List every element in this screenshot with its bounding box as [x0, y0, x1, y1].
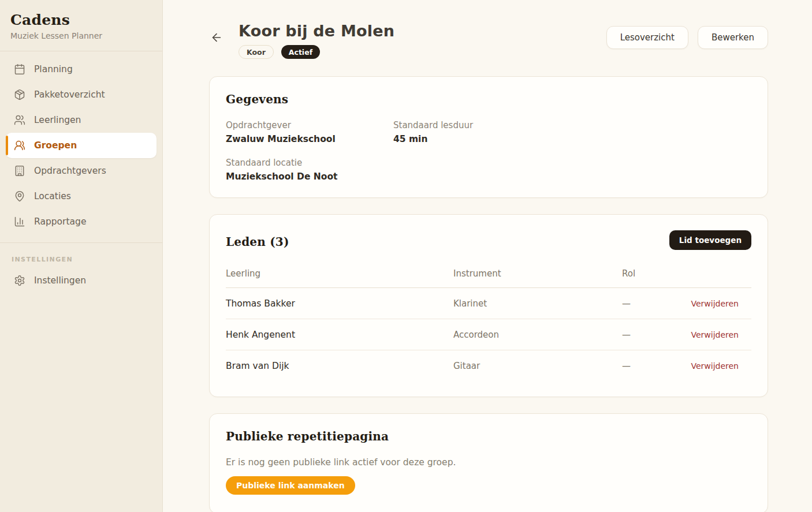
- create-public-link-button[interactable]: Publieke link aanmaken: [226, 476, 355, 495]
- remove-member-link[interactable]: Verwijderen: [691, 361, 739, 371]
- page-title: Koor bij de Molen: [239, 22, 394, 40]
- sidebar-item-rapportage[interactable]: Rapportage: [6, 209, 157, 234]
- building-icon: [14, 165, 25, 177]
- member-name: Henk Angenent: [226, 330, 453, 340]
- remove-member-link[interactable]: Verwijderen: [691, 330, 739, 339]
- main-content: Koor bij de Molen Koor Actief Lesoverzic…: [163, 0, 812, 512]
- public-link-status-text: Er is nog geen publieke link actief voor…: [226, 457, 751, 468]
- details-card-title: Gegevens: [226, 92, 751, 106]
- field-standaard-locatie: Standaard locatie Muziekschool De Noot: [226, 158, 393, 182]
- field-value: Muziekschool De Noot: [226, 171, 393, 182]
- field-label: Standaard locatie: [226, 158, 393, 168]
- logo-block: Cadens Muziek Lessen Planner: [0, 0, 162, 51]
- members-table: Leerling Instrument Rol Thomas Bakker Kl…: [226, 264, 751, 381]
- field-opdrachtgever: Opdrachtgever Zwaluw Muziekschool: [226, 120, 393, 144]
- sidebar-item-label: Opdrachtgevers: [34, 166, 106, 176]
- sidebar-item-opdrachtgevers[interactable]: Opdrachtgevers: [6, 158, 157, 184]
- edit-button[interactable]: Bewerken: [698, 26, 768, 49]
- sidebar-item-pakketoverzicht[interactable]: Pakketoverzicht: [6, 82, 157, 107]
- app-tagline: Muziek Lessen Planner: [10, 31, 152, 40]
- users-round-icon: [14, 140, 25, 151]
- member-instrument: Accordeon: [453, 330, 622, 340]
- field-standaard-lesduur: Standaard lesduur 45 min: [393, 120, 751, 144]
- sidebar-item-label: Pakketoverzicht: [34, 89, 105, 100]
- sidebar-settings-nav: Instellingen: [0, 267, 162, 293]
- sidebar-item-label: Groepen: [34, 140, 77, 151]
- member-name: Thomas Bakker: [226, 298, 453, 309]
- page-header: Koor bij de Molen Koor Actief Lesoverzic…: [209, 22, 768, 59]
- remove-member-link[interactable]: Verwijderen: [691, 299, 739, 308]
- sidebar-item-label: Instellingen: [34, 275, 86, 286]
- member-instrument: Klarinet: [453, 298, 622, 309]
- calendar-icon: [14, 63, 25, 75]
- field-label: Standaard lesduur: [393, 120, 751, 130]
- field-value: Zwaluw Muziekschool: [226, 134, 393, 144]
- member-name: Bram van Dijk: [226, 361, 453, 371]
- details-fields: Opdrachtgever Zwaluw Muziekschool Standa…: [226, 120, 751, 182]
- table-row: Henk Angenent Accordeon — Verwijderen: [226, 319, 751, 350]
- table-row: Bram van Dijk Gitaar — Verwijderen: [226, 350, 751, 381]
- app-logo: Cadens: [10, 12, 152, 28]
- sidebar-item-planning[interactable]: Planning: [6, 57, 157, 82]
- add-member-button[interactable]: Lid toevoegen: [669, 230, 751, 250]
- sidebar-item-leerlingen[interactable]: Leerlingen: [6, 107, 157, 133]
- sidebar-item-label: Locaties: [34, 191, 71, 201]
- package-icon: [14, 89, 25, 100]
- back-button[interactable]: [209, 30, 224, 45]
- column-header-rol: Rol: [622, 268, 676, 279]
- users-icon: [14, 114, 25, 126]
- lesson-overview-button[interactable]: Lesoverzicht: [606, 26, 688, 49]
- sidebar-item-instellingen[interactable]: Instellingen: [6, 268, 157, 293]
- settings-section-label: INSTELLINGEN: [0, 243, 162, 267]
- sidebar: Cadens Muziek Lessen Planner Planning Pa…: [0, 0, 163, 512]
- table-row: Thomas Bakker Klarinet — Verwijderen: [226, 288, 751, 319]
- member-role: —: [622, 298, 676, 309]
- field-label: Opdrachtgever: [226, 120, 393, 130]
- details-card: Gegevens Opdrachtgever Zwaluw Muziekscho…: [209, 76, 768, 198]
- column-header-leerling: Leerling: [226, 268, 453, 279]
- arrow-left-icon: [210, 31, 223, 44]
- sidebar-item-label: Planning: [34, 64, 73, 74]
- group-type-badge: Koor: [239, 45, 274, 59]
- header-actions: Lesoverzicht Bewerken: [606, 26, 768, 49]
- field-value: 45 min: [393, 134, 751, 144]
- sidebar-item-groepen[interactable]: Groepen: [6, 133, 157, 158]
- member-role: —: [622, 330, 676, 340]
- public-page-card: Publieke repetitiepagina Er is nog geen …: [209, 413, 768, 512]
- public-card-title: Publieke repetitiepagina: [226, 429, 751, 443]
- member-instrument: Gitaar: [453, 361, 622, 371]
- members-card-title: Leden (3): [226, 235, 289, 249]
- sidebar-item-locaties[interactable]: Locaties: [6, 184, 157, 209]
- gear-icon: [14, 275, 25, 286]
- members-card: Leden (3) Lid toevoegen Leerling Instrum…: [209, 214, 768, 397]
- member-role: —: [622, 361, 676, 371]
- column-header-instrument: Instrument: [453, 268, 622, 279]
- badge-row: Koor Actief: [239, 45, 394, 59]
- table-header-row: Leerling Instrument Rol: [226, 264, 751, 288]
- sidebar-item-label: Rapportage: [34, 216, 86, 227]
- status-badge: Actief: [281, 45, 320, 59]
- map-pin-icon: [14, 190, 25, 202]
- bar-chart-icon: [14, 216, 25, 227]
- sidebar-item-label: Leerlingen: [34, 115, 81, 125]
- sidebar-nav: Planning Pakketoverzicht Leerlingen Groe…: [0, 51, 162, 234]
